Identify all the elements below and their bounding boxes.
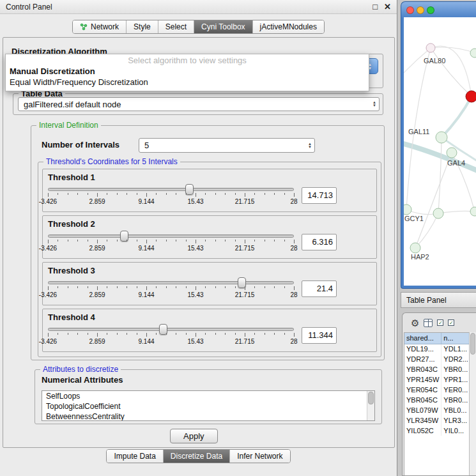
table-scrollbar[interactable] bbox=[469, 332, 476, 475]
slider-scale: -3.4262.8599.14415.4321.71528 bbox=[48, 291, 294, 299]
traffic-light-close[interactable] bbox=[406, 6, 414, 14]
float-icon[interactable]: □ bbox=[372, 2, 378, 12]
network-node[interactable] bbox=[470, 207, 476, 216]
interval-definition-title: Interval Definition bbox=[36, 121, 101, 130]
network-node[interactable] bbox=[436, 132, 447, 143]
tick-mark bbox=[284, 333, 285, 335]
network-canvas[interactable]: GAL80GAL11GAL4GCY1HAP2 bbox=[404, 17, 476, 286]
column-header[interactable]: shared... bbox=[404, 333, 441, 344]
tick-mark bbox=[274, 193, 275, 195]
gear-icon[interactable]: ⚙ bbox=[411, 318, 419, 328]
tab-style[interactable]: Style bbox=[126, 20, 158, 33]
thresholds-container: Threshold 1-3.4262.8599.14415.4321.71528… bbox=[42, 169, 377, 355]
table-row[interactable]: YBR045CYBR0... bbox=[404, 395, 470, 405]
table-row[interactable]: YBL079WYBL0... bbox=[404, 405, 470, 415]
network-node[interactable] bbox=[470, 49, 476, 58]
column-header[interactable]: n... bbox=[441, 333, 470, 344]
tick-mark bbox=[77, 333, 78, 335]
table-data-combo[interactable]: galFiltered.sif default node ▲▼ bbox=[18, 97, 380, 111]
table-cell: YBL079W bbox=[404, 405, 441, 415]
traffic-light-minimize[interactable] bbox=[417, 6, 424, 14]
slider-track[interactable] bbox=[48, 188, 294, 191]
threshold-slider[interactable]: -3.4262.8599.14415.4321.71528 bbox=[48, 231, 294, 252]
tick-mark bbox=[58, 333, 58, 335]
threshold-slider[interactable]: -3.4262.8599.14415.4321.71528 bbox=[48, 324, 294, 346]
bottom-tab-impute-data[interactable]: Impute Data bbox=[107, 450, 162, 463]
tick-mark bbox=[77, 193, 78, 195]
table-row[interactable]: YER054CYER0... bbox=[404, 385, 470, 395]
scale-label: 28 bbox=[290, 245, 297, 252]
network-node[interactable] bbox=[433, 208, 443, 219]
tick-mark bbox=[176, 240, 176, 242]
tick-mark bbox=[215, 193, 216, 195]
tab-cyni-toolbox[interactable]: Cyni Toolbox bbox=[194, 20, 252, 33]
table-panel-title: Table Panel bbox=[406, 296, 447, 305]
scrollbar-thumb[interactable] bbox=[368, 392, 374, 404]
tick-mark bbox=[294, 193, 295, 197]
attribute-item[interactable]: TopologicalCoefficient bbox=[42, 401, 374, 411]
table-row[interactable]: YBR043CYBR0... bbox=[404, 364, 470, 374]
tick-mark bbox=[68, 240, 68, 242]
interval-definition-group: Interval Definition Number of Intervals … bbox=[31, 125, 385, 360]
tick-mark bbox=[48, 240, 49, 243]
bottom-tab-infer-network[interactable]: Infer Network bbox=[229, 450, 289, 463]
combo-stepper-icon: ▲▼ bbox=[372, 101, 376, 107]
tick-mark bbox=[58, 286, 58, 288]
network-node[interactable] bbox=[404, 204, 411, 215]
select-checkbox-icon[interactable]: ✓ bbox=[448, 319, 454, 326]
table-row[interactable]: YIL052CYIL0... bbox=[404, 426, 470, 436]
table-header-row: shared...n... bbox=[404, 333, 470, 344]
apply-button[interactable]: Apply bbox=[170, 429, 218, 443]
tick-mark bbox=[107, 333, 107, 335]
slider-scale: -3.4262.8599.14415.4321.71528 bbox=[48, 245, 294, 252]
slider-track[interactable] bbox=[48, 281, 294, 284]
slider-track[interactable] bbox=[48, 328, 294, 331]
close-icon[interactable]: ✕ bbox=[384, 2, 391, 12]
slider-track[interactable] bbox=[48, 234, 294, 238]
node-table[interactable]: shared...n... YDL19...YDL1...YDR27...YDR… bbox=[404, 332, 470, 475]
tick-mark bbox=[205, 333, 206, 335]
network-node[interactable] bbox=[466, 91, 476, 102]
tick-mark bbox=[156, 193, 157, 195]
tick-mark bbox=[205, 193, 206, 195]
tab-jactivemnodules[interactable]: jActiveMNodules bbox=[252, 20, 324, 33]
tick-mark bbox=[137, 286, 137, 288]
bottom-tab-discretize-data[interactable]: Discretize Data bbox=[163, 450, 229, 463]
attribute-item[interactable]: SelfLoops bbox=[42, 391, 374, 401]
table-row[interactable]: YDL19...YDL1... bbox=[404, 344, 470, 354]
tab-network[interactable]: Network bbox=[73, 20, 126, 33]
traffic-light-zoom[interactable] bbox=[427, 6, 434, 14]
threshold-value-input[interactable]: 14.713 bbox=[302, 187, 337, 204]
threshold-value-input[interactable]: 11.344 bbox=[302, 327, 337, 344]
select-all-checkbox-icon[interactable]: ✓ bbox=[437, 319, 443, 326]
tick-mark bbox=[205, 286, 206, 288]
threshold-row: -3.4262.8599.14415.4321.7152811.344 bbox=[48, 324, 371, 346]
attributes-scrollbar[interactable] bbox=[367, 391, 374, 420]
columns-icon[interactable] bbox=[424, 319, 433, 327]
algorithm-option[interactable]: Equal Width/Frequency Discretization bbox=[6, 77, 369, 88]
table-row[interactable]: YPR145WYPR1... bbox=[404, 374, 470, 385]
tab-select[interactable]: Select bbox=[158, 20, 194, 33]
table-row[interactable]: YDR27...YDR2... bbox=[404, 354, 470, 364]
table-data-selected-value: galFiltered.sif default node bbox=[24, 100, 121, 109]
tick-mark bbox=[127, 333, 127, 335]
table-row[interactable]: YLR345WYLR3... bbox=[404, 415, 470, 426]
network-node[interactable] bbox=[447, 148, 457, 158]
scrollbar-thumb[interactable] bbox=[470, 333, 475, 355]
threshold-slider[interactable]: -3.4262.8599.14415.4321.71528 bbox=[48, 277, 294, 299]
attribute-item[interactable]: BetweennessCentrality bbox=[42, 411, 374, 421]
control-panel-titlebar: Control Panel □ ✕ bbox=[0, 0, 397, 14]
threshold-value-input[interactable]: 6.316 bbox=[302, 234, 337, 250]
network-node[interactable] bbox=[410, 243, 420, 253]
node-label: GAL11 bbox=[408, 128, 429, 135]
tick-mark bbox=[176, 286, 176, 288]
algorithm-option[interactable]: Manual Discretization bbox=[6, 66, 369, 77]
tick-mark bbox=[225, 286, 226, 288]
scale-label: 28 bbox=[290, 338, 297, 345]
network-node[interactable] bbox=[426, 43, 435, 52]
numerical-attributes-list[interactable]: SelfLoopsTopologicalCoefficientBetweenne… bbox=[42, 390, 375, 421]
threshold-slider[interactable]: -3.4262.8599.14415.4321.71528 bbox=[48, 184, 294, 206]
threshold-value-input[interactable]: 21.4 bbox=[302, 280, 337, 297]
table-cell: YBR0... bbox=[441, 395, 470, 405]
number-of-intervals-combo[interactable]: 5 ▲▼ bbox=[139, 138, 315, 153]
